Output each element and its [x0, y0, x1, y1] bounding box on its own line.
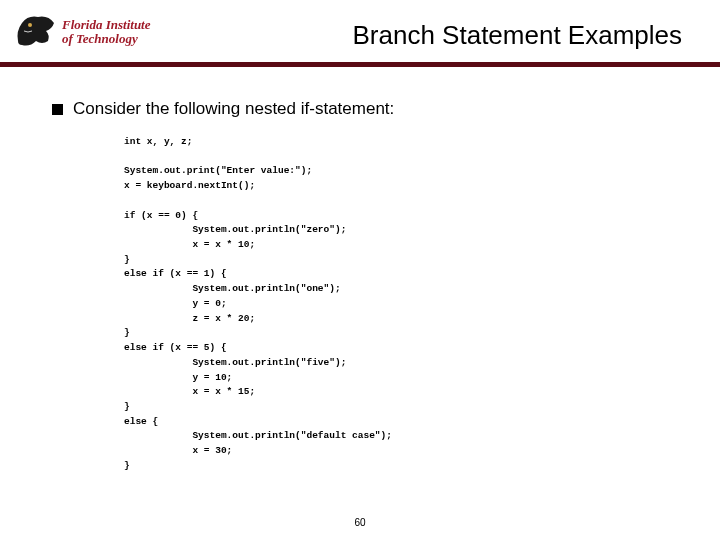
panther-icon	[14, 11, 58, 51]
svg-point-0	[28, 23, 32, 27]
bullet-text: Consider the following nested if-stateme…	[73, 99, 394, 119]
logo: Florida Institute of Technology	[14, 8, 164, 54]
bullet-item: Consider the following nested if-stateme…	[52, 99, 680, 119]
header: Florida Institute of Technology Branch S…	[0, 0, 720, 62]
page-number: 60	[0, 517, 720, 528]
content-area: Consider the following nested if-stateme…	[0, 67, 720, 474]
logo-text: Florida Institute of Technology	[62, 18, 151, 45]
page-title: Branch Statement Examples	[164, 8, 706, 51]
code-block: int x, y, z; System.out.print("Enter val…	[124, 135, 680, 474]
logo-line2: of Technology	[62, 32, 151, 45]
logo-line1: Florida Institute	[62, 18, 151, 31]
square-bullet-icon	[52, 104, 63, 115]
